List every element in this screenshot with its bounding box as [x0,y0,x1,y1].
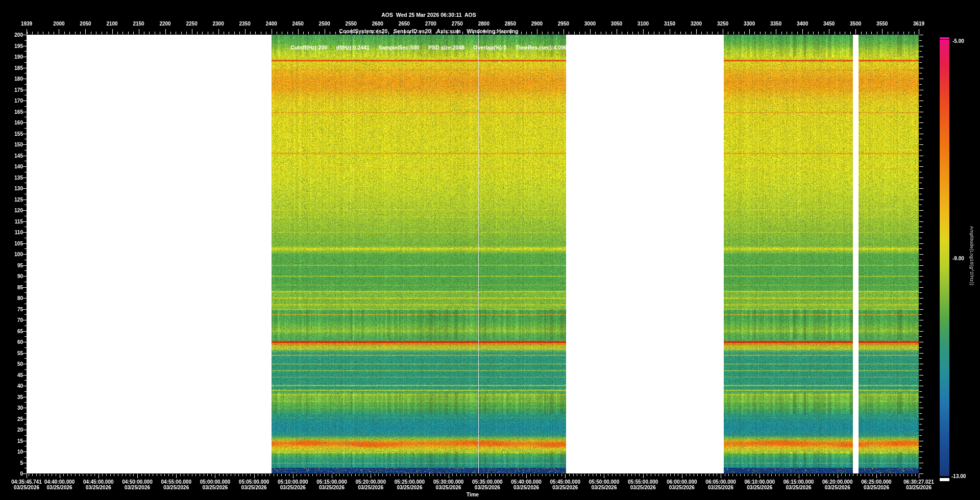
top-axis-tick-label: 2650 [399,21,410,27]
bottom-axis-time-label: 06:10:00.000 [745,479,775,485]
left-axis-tick-label: 75 [17,306,23,312]
bottom-axis-time-label: 06:15:00.000 [783,479,814,485]
bottom-axis-date-label: 03/25/2026 [280,485,306,490]
bottom-axis-date-label: 03/25/2026 [319,485,345,490]
left-axis-tick-label: 20 [17,427,23,433]
top-axis-tick-label: 2850 [505,21,516,27]
top-axis-tick-label: 1939 [21,21,32,27]
top-axis-tick-label: 3400 [797,21,808,27]
bottom-axis-time-label: 04:55:00.000 [161,479,191,485]
colorbar-top-cap [940,37,949,39]
top-axis-tick-label: 3350 [770,21,781,27]
bottom-axis-date-label: 03/25/2026 [864,485,889,490]
top-axis-tick-label: 2800 [478,21,489,27]
left-axis-tick-label: 55 [17,350,23,356]
top-axis-tick-label: 2000 [53,21,64,27]
bottom-axis-time-label: 05:20:00.000 [355,479,386,485]
top-axis-tick-label: 2300 [212,21,224,27]
top-axis-tick-label: 2400 [266,21,277,27]
left-axis-tick-label: 70 [17,317,23,323]
left-axis-tick-label: 60 [17,339,23,345]
bottom-axis-time-label: 05:00:00.000 [200,479,231,485]
left-axis-tick-label: 80 [17,295,23,301]
bottom-axis-time-label: 05:25:00.000 [395,479,425,485]
bottom-axis-date-label: 03/25/2026 [436,485,461,490]
colorbar [940,37,949,482]
bottom-axis-time-label: 05:45:00.000 [550,479,581,485]
bottom-axis-time-label: 05:30:00.000 [433,479,464,485]
bottom-axis-time-label: 06:00:00.000 [667,479,697,485]
left-axis-tick-label: 150 [14,142,23,147]
spectrogram-plot[interactable] [0,0,980,500]
left-axis-tick-label: 165 [14,109,23,114]
bottom-axis-date-label: 03/25/2026 [47,485,72,490]
bottom-axis-date-label: 03/25/2026 [552,485,578,490]
time-axis-title: Time [467,491,479,497]
bottom-axis-date-label: 03/25/2026 [14,485,39,490]
left-axis-tick-label: 170 [14,98,23,104]
top-axis-tick-label: 3150 [664,21,675,27]
left-axis-tick-label: 190 [14,54,23,60]
left-axis-tick-label: 180 [14,76,23,82]
left-axis-tick-label: 85 [17,284,23,290]
top-axis-tick-label: 2550 [346,21,357,27]
left-axis-tick-label: 100 [14,252,23,257]
top-axis-tick-label: 3450 [823,21,835,27]
left-axis-tick-label: 0 [20,471,23,477]
bottom-axis-time-label: 06:30:27.021 [903,479,934,485]
left-axis-tick-label: 115 [15,218,23,224]
top-axis-tick-label: 2700 [425,21,436,27]
bottom-axis-time-label: 05:15:00.000 [316,479,347,485]
bottom-axis-time-label: 05:40:00.000 [511,479,542,485]
header-params-line2: Cutoff(Hz):200 df(Hz):0.2441 Sample/Sec:… [0,45,857,51]
bottom-axis-date-label: 03/25/2026 [125,485,150,490]
left-axis-tick-label: 50 [17,361,23,367]
bottom-axis-time-label: 06:05:00.000 [705,479,736,485]
header-params-line1: CoordSystem:es20 SensorID:es20 Axis:sum … [0,29,857,34]
left-axis-tick-label: 10 [17,449,23,455]
top-axis-tick-label: 2150 [133,21,144,27]
left-axis-tick-label: 110 [15,230,23,235]
top-axis-tick-label: 2750 [452,21,463,27]
bottom-axis-time-label: 04:45:00.000 [83,479,114,485]
top-axis-tick-label: 3250 [717,21,728,27]
left-axis-tick-label: 5 [20,460,23,465]
bottom-axis-date-label: 03/25/2026 [513,485,539,490]
left-axis-tick-label: 30 [17,405,23,411]
top-axis-tick-label: 2500 [319,21,330,27]
left-axis-tick-label: 90 [17,273,23,279]
bottom-axis-date-label: 03/25/2026 [163,485,189,490]
window-title: AOS Wed 25 Mar 2026 06:30:11 AOS [0,12,857,18]
colorbar-mid-label: -9.00 [952,256,964,261]
left-axis-tick-label: 120 [14,208,23,213]
top-axis-tick-label: 3050 [611,21,622,27]
left-axis-tick-label: 175 [14,87,23,92]
bottom-axis-date-label: 03/25/2026 [786,485,811,490]
colorbar-gradient [940,40,949,476]
left-axis-tick-label: 45 [17,372,23,378]
left-axis-tick-label: 140 [14,164,23,169]
top-axis-tick-label: 2250 [186,21,197,27]
top-axis-tick-label: 2600 [372,21,383,27]
bottom-axis-date-label: 03/25/2026 [241,485,267,490]
bottom-axis-time-label: 05:55:00.000 [628,479,658,485]
top-axis-tick-label: 3550 [876,21,888,27]
left-axis-tick-label: 200 [14,32,23,38]
header: AOS Wed 25 Mar 2026 06:30:11 AOS CoordSy… [0,2,857,61]
bottom-axis-date-label: 03/25/2026 [397,485,422,490]
left-axis-tick-label: 195 [14,43,23,48]
bottom-axis-time-label: 05:10:00.000 [278,479,308,485]
bottom-axis-time-label: 06:25:00.000 [861,479,892,485]
top-axis-tick-label: 3100 [638,21,649,27]
top-axis-tick-label: 3500 [850,21,861,27]
top-axis-tick-label: 3200 [691,21,702,27]
colorbar-min-label: -13.00 [951,473,966,479]
bottom-axis-date-label: 03/25/2026 [202,485,228,490]
bottom-axis-date-label: 03/25/2026 [708,485,733,490]
bottom-axis-time-label: 04:50:00.000 [122,479,153,485]
top-axis-tick-label: 2900 [531,21,543,27]
top-axis-tick-label: 2100 [106,21,117,27]
left-axis-tick-label: 35 [17,394,23,399]
bottom-axis-date-label: 03/25/2026 [825,485,850,490]
bottom-axis-date-label: 03/25/2026 [630,485,656,490]
